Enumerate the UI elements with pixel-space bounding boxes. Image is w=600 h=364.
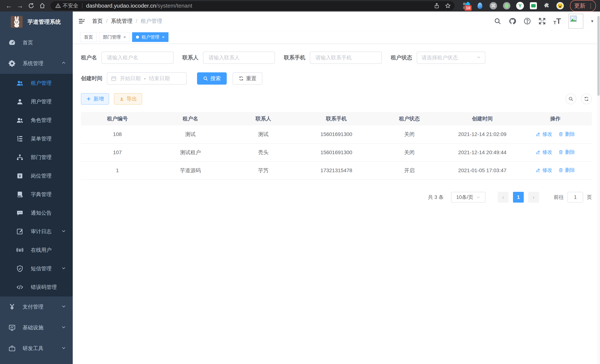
delete-button[interactable]: 删除 (558, 131, 575, 138)
cell-id: 107 (81, 143, 154, 161)
address-bar[interactable]: 不安全 dashboard.yudao.iocoder.cn/system/te… (50, 1, 455, 10)
extension-balloon-icon[interactable] (476, 2, 484, 10)
breadcrumb-item[interactable]: 系统管理 (111, 18, 132, 25)
tenant-name-input[interactable] (102, 52, 173, 64)
tab-首页[interactable]: 首页 (80, 32, 97, 42)
edit-button[interactable]: 修改 (536, 131, 552, 138)
fullscreen-icon[interactable] (538, 18, 546, 25)
cell-contact: 芋艿 (227, 161, 300, 179)
extension-dot-icon[interactable] (503, 2, 511, 10)
bookmark-star-icon[interactable] (445, 3, 451, 9)
sidebar-item-首页[interactable]: 首页 (0, 32, 73, 53)
github-icon[interactable] (509, 18, 516, 25)
date-start-placeholder[interactable]: 开始日期 (120, 75, 141, 82)
refresh-icon (239, 76, 244, 81)
delete-button[interactable]: 删除 (558, 149, 575, 156)
cell-status: 关闭 (373, 125, 446, 143)
sidebar-item-系统管理[interactable]: 系统管理 (0, 53, 73, 74)
app-logo-row[interactable]: 芋道管理系统 (0, 11, 73, 32)
sidebar-item-label: 部门管理 (31, 154, 52, 161)
sidebar-collapse-icon[interactable] (78, 17, 87, 26)
help-icon[interactable] (524, 18, 531, 25)
security-warning[interactable]: 不安全 (55, 2, 78, 9)
tab-label: 首页 (84, 34, 93, 40)
browser-menu-dots-icon[interactable]: ⋮ (588, 3, 593, 9)
delete-button[interactable]: 删除 (558, 167, 575, 173)
cell-status: 开启 (373, 161, 446, 179)
cell-id: 108 (81, 125, 154, 143)
search-small-icon (568, 96, 573, 102)
toggle-search-button[interactable] (565, 93, 576, 104)
contact-input[interactable] (203, 52, 275, 64)
breadcrumb: 首页/系统管理/租户管理 (92, 18, 162, 25)
sidebar-item-错误码管理[interactable]: 错误码管理 (0, 278, 73, 297)
chevron-down-icon (61, 266, 66, 272)
font-size-icon[interactable]: TT (553, 17, 561, 25)
sidebar-item-审计日志[interactable]: 审计日志 (0, 222, 73, 241)
window-scrollbar[interactable] (597, 11, 600, 364)
tab-close-icon[interactable]: × (162, 35, 165, 40)
sidebar-item-字典管理[interactable]: 字典管理 (0, 185, 73, 204)
edit-button[interactable]: 修改 (536, 167, 552, 173)
url-text[interactable]: dashboard.yudao.iocoder.cn/system/tenant (86, 3, 192, 9)
refresh-table-button[interactable] (581, 93, 592, 104)
extension-emoji-icon[interactable] (556, 2, 564, 10)
scrollbar-thumb[interactable] (597, 16, 600, 96)
sidebar-item-基础设施[interactable]: 基础设施 (0, 317, 73, 338)
extension-y-icon[interactable]: Y (516, 2, 524, 10)
tab-部门管理[interactable]: 部门管理× (99, 32, 130, 42)
sidebar-item-部门管理[interactable]: 部门管理 (0, 148, 73, 167)
create-time-range-picker[interactable]: 开始日期 - 结束日期 (107, 72, 187, 84)
add-button[interactable]: 新增 (81, 93, 109, 105)
extension-command-icon[interactable]: ⌘ (489, 2, 497, 10)
cell-status: 关闭 (373, 143, 446, 161)
share-icon[interactable] (434, 3, 440, 9)
breadcrumb-item[interactable]: 首页 (92, 18, 103, 25)
column-header: 创建时间 (446, 112, 519, 125)
tenant-users-icon (16, 79, 24, 87)
edit-button[interactable]: 修改 (536, 149, 552, 156)
mobile-input[interactable] (310, 52, 382, 64)
tab-close-icon[interactable]: × (123, 35, 126, 40)
search-icon[interactable] (494, 18, 501, 25)
cell-created: 2021-12-14 20:49:44 (446, 143, 519, 161)
next-page-button[interactable]: › (528, 192, 539, 203)
sidebar-item-研发工具[interactable]: 研发工具 (0, 338, 73, 359)
extension-chat-icon[interactable] (529, 2, 537, 10)
sidebar-item-角色管理[interactable]: 角色管理 (0, 111, 73, 130)
sidebar-item-租户管理[interactable]: 租户管理 (0, 74, 73, 92)
plus-icon (86, 96, 91, 102)
sidebar-item-通知公告[interactable]: 通知公告 (0, 204, 73, 222)
cell-actions: 修改删除 (519, 143, 592, 161)
browser-forward-icon[interactable]: → (15, 1, 25, 10)
sidebar-item-label: 菜单管理 (31, 135, 52, 142)
reset-button[interactable]: 重置 (233, 72, 262, 84)
avatar-dropdown-icon[interactable]: ▾ (591, 19, 593, 24)
extensions-puzzle-icon[interactable] (543, 2, 551, 10)
browser-home-icon[interactable] (38, 1, 47, 10)
current-page-button[interactable]: 1 (513, 192, 524, 203)
column-header: 联系人 (227, 112, 300, 125)
sidebar-item-用户管理[interactable]: 用户管理 (0, 92, 73, 111)
extension-tabs-icon[interactable]: 10 (463, 2, 470, 10)
chevron-down-icon (61, 345, 66, 352)
sidebar-item-在线用户[interactable]: 在线用户 (0, 241, 73, 259)
browser-reload-icon[interactable] (26, 1, 36, 10)
tab-租户管理[interactable]: 租户管理× (132, 32, 169, 42)
browser-update-button[interactable]: 更新 ⋮ (570, 0, 596, 12)
browser-back-icon[interactable]: ← (4, 1, 14, 10)
goto-page-input[interactable] (568, 192, 583, 203)
sidebar-item-菜单管理[interactable]: 菜单管理 (0, 130, 73, 148)
sidebar-item-支付管理[interactable]: 支付管理 (0, 297, 73, 317)
sidebar-item-短信管理[interactable]: 短信管理 (0, 259, 73, 278)
date-end-placeholder[interactable]: 结束日期 (149, 75, 170, 82)
prev-page-button[interactable]: ‹ (498, 192, 508, 203)
avatar[interactable] (568, 14, 583, 28)
status-select[interactable]: 请选择租户状态 (417, 52, 485, 64)
search-button[interactable]: 搜索 (197, 72, 227, 84)
page-content: 租户名 联系人 联系手机 租户状态 请选择租户状态 创建时间 (73, 44, 600, 364)
export-button[interactable]: 导出 (114, 93, 142, 105)
sidebar-item-岗位管理[interactable]: 岗位管理 (0, 167, 73, 185)
page-size-select[interactable]: 10条/页 (451, 192, 486, 203)
infra-icon (8, 324, 16, 331)
